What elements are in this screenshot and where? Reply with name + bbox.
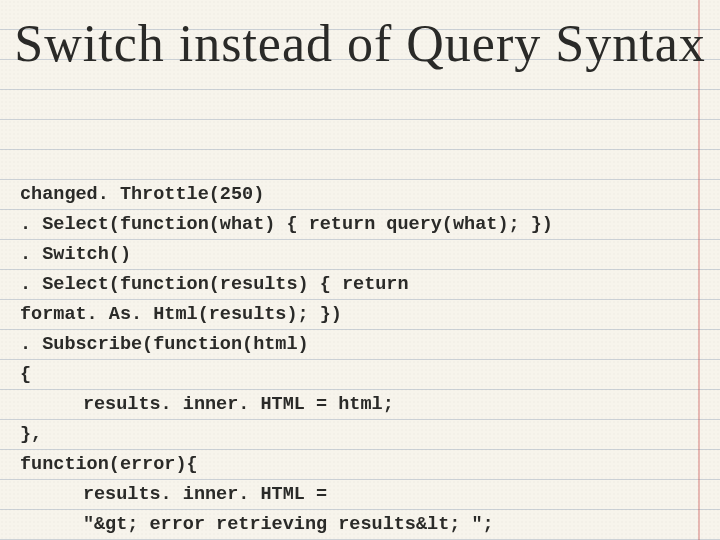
code-line: results. inner. HTML = html; <box>83 394 394 415</box>
code-line: "&gt; error retrieving results&lt; "; <box>83 514 494 535</box>
slide-title: Switch instead of Query Syntax <box>0 14 720 73</box>
code-line: }, <box>20 424 42 445</box>
code-line: format. As. Html(results); }) <box>20 304 342 325</box>
code-line: { <box>20 364 31 385</box>
code-line: . Select(function(results) { return <box>20 274 409 295</box>
code-line: results. inner. HTML = <box>83 484 327 505</box>
code-line: function(error){ <box>20 454 198 475</box>
code-line: . Select(function(what) { return query(w… <box>20 214 553 235</box>
code-line: changed. Throttle(250) <box>20 184 264 205</box>
code-block: changed. Throttle(250) . Select(function… <box>20 150 690 540</box>
code-line: . Switch() <box>20 244 131 265</box>
code-line: . Subscribe(function(html) <box>20 334 309 355</box>
